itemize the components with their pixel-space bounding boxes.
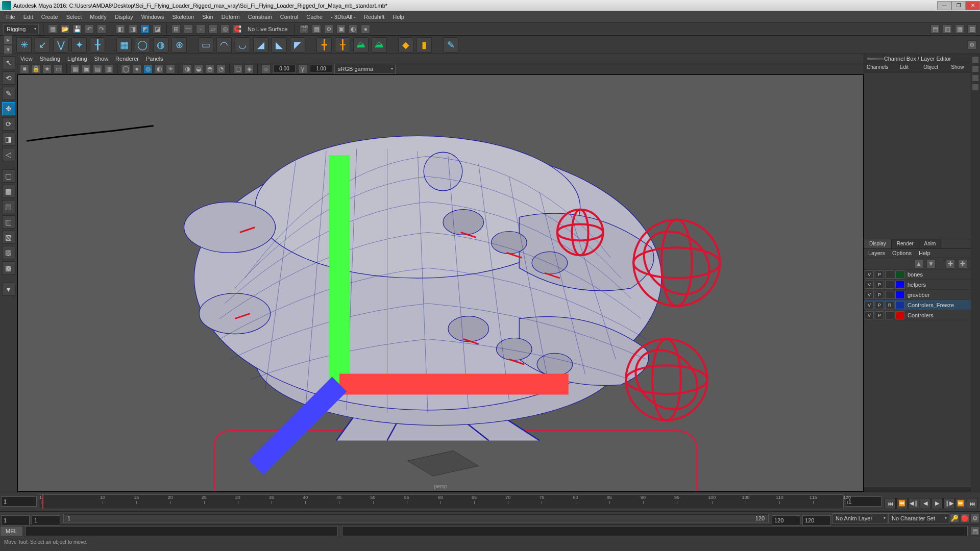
anim-layer-dropdown[interactable]: No Anim Layer [832,513,888,523]
layer-move-up-icon[interactable]: ▲ [914,259,923,268]
vp-menu-renderer[interactable]: Renderer [115,56,139,62]
pose-editor-icon[interactable]: ▮ [416,37,432,53]
tool-settings-toggle-icon[interactable] [972,65,979,72]
rotate-tool[interactable]: ⟳ [2,117,15,131]
two-pane-side-icon[interactable]: ▤ [2,200,15,213]
ik-handle-icon[interactable]: ╂ [90,37,105,53]
undo-icon[interactable]: ↶ [85,24,94,34]
layer-scrollbar[interactable] [864,487,971,492]
play-forward-icon[interactable]: ▶ [932,498,943,509]
channel-box-toggle-icon[interactable] [972,74,979,82]
layer-menu-options[interactable]: Options [892,250,912,257]
range-start-outer[interactable] [1,515,30,525]
layer-playback-toggle[interactable]: P [875,291,884,299]
menu-deform[interactable]: Deform [217,14,244,20]
render-frame-icon[interactable]: 🎬 [300,24,309,34]
menu-select[interactable]: Select [62,14,86,20]
last-tool[interactable]: ◁ [2,148,15,161]
joint-tool-icon[interactable]: ✳ [16,37,32,53]
attr-editor-toggle-icon[interactable] [972,56,979,63]
menu-cache[interactable]: Cache [302,14,327,20]
render-sequence-icon[interactable]: ● [361,24,370,34]
two-pane-stack-icon[interactable]: ▥ [2,215,15,229]
panel-grip-icon[interactable] [867,58,888,60]
command-input[interactable] [25,526,338,536]
auto-key-icon[interactable]: 🔑 [950,514,959,523]
render-settings-icon[interactable]: ⚙ [324,24,333,34]
layer-playback-toggle[interactable]: P [875,301,884,309]
snap-plane-icon[interactable]: ▱ [208,24,217,34]
paint-weights-icon[interactable]: ◡ [235,37,250,53]
snap-live-icon[interactable]: ◎ [220,24,230,34]
tab-anim[interactable]: Anim [919,239,942,248]
timeline-ruler[interactable]: 1101520253035404550556065707580859095100… [39,494,844,509]
constraint-point-icon[interactable]: ╂ [335,37,350,53]
vp-aa-icon[interactable]: ◔ [216,64,226,73]
vp-film-gate-icon[interactable]: ▣ [82,64,91,73]
layer-visibility-toggle[interactable]: V [865,311,874,319]
menu-modify[interactable]: Modify [86,14,110,20]
character-set-dropdown[interactable]: No Character Set [888,513,949,523]
menu-file[interactable]: File [2,14,19,20]
shelf-menu-icon[interactable]: ▾ [4,45,13,54]
layer-reference-toggle[interactable] [885,291,894,299]
layer-row[interactable]: VPgravbber [864,290,971,300]
vp-image-plane-icon[interactable]: ▭ [54,64,63,73]
layer-row[interactable]: VPControlers [864,310,971,320]
playhead[interactable] [42,495,43,509]
menu-help[interactable]: Help [388,14,408,20]
mirror-joint-icon[interactable]: ⋁ [53,37,68,53]
insert-joint-icon[interactable]: ↙ [35,37,50,53]
layer-reference-toggle[interactable]: R [885,301,894,309]
layer-name[interactable]: helpers [905,282,971,288]
snap-point-icon[interactable]: · [196,24,205,34]
vp-grid-icon[interactable]: ▦ [70,64,80,73]
menu-control[interactable]: Control [276,14,302,20]
cluster-icon[interactable]: ◯ [135,37,150,53]
vp-shadows-icon[interactable]: ◑ [183,64,192,73]
vp-menu-lighting[interactable]: Lighting [67,56,87,62]
range-end-inner[interactable] [772,515,800,525]
paint-effects-icon[interactable]: ✎ [443,37,458,53]
panel-layout-4-icon[interactable]: ▧ [967,24,976,34]
layer-reference-toggle[interactable] [885,270,894,279]
vp-exposure-icon[interactable]: ☼ [261,64,271,73]
lasso-tool[interactable]: ⟲ [2,71,15,85]
select-tool[interactable]: ↖ [2,56,15,69]
shelf-options-icon[interactable]: ⚙ [967,40,976,49]
redo-icon[interactable]: ↷ [97,24,106,34]
set-driven-key-icon[interactable]: ◆ [398,37,413,53]
step-back-key-icon[interactable]: ⏪ [896,498,908,509]
range-start-inner[interactable] [32,515,60,525]
layer-name[interactable]: Controlers_Freeze [905,302,971,308]
current-frame-left[interactable] [1,496,37,507]
ipr-render-icon[interactable]: ▦ [312,24,321,34]
vp-motion-blur-icon[interactable]: ◓ [205,64,214,73]
select-component-icon[interactable]: ◩ [140,24,150,34]
current-frame-right[interactable] [846,496,881,507]
new-scene-icon[interactable]: ▦ [48,24,57,34]
pref-icon[interactable]: ⚙ [970,514,979,523]
minimize-button[interactable]: — [937,1,951,10]
vp-textured-icon[interactable]: ◐ [155,64,164,73]
vp-bookmarks-icon[interactable]: ★ [42,64,52,73]
menu-edit[interactable]: Edit [19,14,37,20]
save-scene-icon[interactable]: 💾 [72,24,82,34]
exposure-value[interactable]: 0.00 [273,65,296,73]
lattice-icon[interactable]: ▦ [116,37,132,53]
step-forward-key-icon[interactable]: ⏩ [955,498,966,509]
vp-menu-panels[interactable]: Panels [146,56,163,62]
orient-joint-icon[interactable]: ✦ [71,37,87,53]
vp-smooth-shade-icon[interactable]: ● [132,64,141,73]
single-pane-icon[interactable]: ▢ [2,169,15,183]
vp-isolate-icon[interactable]: ▢ [233,64,242,73]
new-layer-assign-icon[interactable]: ✚ [958,259,967,268]
go-end-icon[interactable]: ⏭ [967,498,978,509]
bind-skin-icon[interactable]: ▭ [198,37,213,53]
layer-name[interactable]: bones [905,271,971,278]
layer-menu-layers[interactable]: Layers [868,250,885,257]
tab-show[interactable]: Show [944,63,971,72]
layer-row[interactable]: VPhelpers [864,280,971,290]
scale-tool[interactable]: ◨ [2,133,15,146]
step-forward-icon[interactable]: ❙▶ [943,498,954,509]
